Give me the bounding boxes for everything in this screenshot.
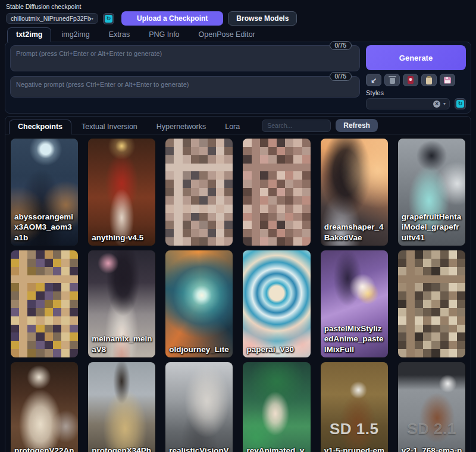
- model-card-name: v2-1_768-ema-pruned: [402, 445, 463, 452]
- trash-button[interactable]: [384, 74, 400, 86]
- main-tabs: txt2imgimg2imgExtrasPNG InfoOpenPose Edi…: [0, 27, 476, 42]
- styles-select[interactable]: ✕ ▾: [366, 98, 450, 109]
- model-card-name: dreamshaper_4BakedVae: [324, 222, 386, 243]
- negative-token-counter: 0/75: [330, 72, 352, 81]
- clipboard-button[interactable]: [421, 74, 437, 86]
- checkpoint-header: Stable Diffusion checkpoint chilloutmix_…: [0, 0, 476, 25]
- styles-label: Styles: [366, 89, 466, 96]
- prompt-input[interactable]: [10, 45, 360, 71]
- model-card-name: v1-5-pruned-emaonly: [324, 445, 386, 452]
- model-preview: [165, 139, 233, 246]
- checkpoint-value: chilloutmix_NiPrunedFp32Fix.safeter: [11, 15, 91, 22]
- refresh-styles-button[interactable]: ↻: [455, 98, 466, 109]
- model-card[interactable]: [165, 138, 233, 246]
- model-preview: [321, 362, 388, 452]
- model-card[interactable]: anything-v4.5: [87, 138, 156, 246]
- refresh-icon: ↻: [456, 100, 464, 108]
- model-card[interactable]: protogenX34Photorealism_1: [87, 362, 156, 452]
- model-preview: [165, 250, 233, 357]
- checkpoint-select[interactable]: chilloutmix_NiPrunedFp32Fix.safeter ▾: [6, 13, 98, 24]
- model-preview: [88, 362, 155, 452]
- prompt-tool-buttons: ↙: [366, 74, 466, 86]
- tab-openpose-editor[interactable]: OpenPose Editor: [190, 27, 264, 42]
- model-preview: [88, 139, 155, 246]
- trash-icon: [390, 78, 395, 84]
- model-card-name: meinamix_meinaV8: [92, 334, 153, 355]
- network-tab-hypernetworks[interactable]: Hypernetworks: [148, 120, 215, 134]
- refresh-checkpoint-button[interactable]: ↻: [103, 13, 114, 24]
- model-card[interactable]: grapefruitHentaiModel_grapefruitv41: [397, 138, 466, 246]
- negative-prompt-input[interactable]: [10, 76, 360, 98]
- save-style-button[interactable]: [440, 74, 455, 86]
- network-tab-checkpoints[interactable]: Checkpoints: [9, 120, 71, 134]
- preview-watermark: SD 1.5: [321, 420, 388, 438]
- model-preview: [398, 250, 465, 357]
- model-preview: [11, 362, 78, 452]
- refresh-button[interactable]: Refresh: [336, 119, 378, 132]
- preview-watermark: SD 2.1: [398, 420, 465, 438]
- model-card-name: protogenX34Photorealism_1: [92, 445, 153, 452]
- paste-arrow-icon: ↙: [371, 77, 377, 84]
- model-preview: [243, 362, 310, 452]
- chevron-down-icon: ▾: [91, 16, 93, 21]
- model-card-name: realisticVisionV13_v13: [169, 445, 230, 452]
- chevron-down-icon: ▾: [443, 101, 446, 106]
- clear-icon[interactable]: ✕: [433, 101, 440, 108]
- model-card[interactable]: meinamix_meinaV8: [87, 250, 156, 358]
- model-card-name: abyssorangemix3AOM3_aom3a1b: [14, 212, 76, 243]
- save-style-icon: [444, 77, 451, 84]
- model-card[interactable]: SD 2.1v2-1_768-ema-pruned: [397, 362, 466, 452]
- model-card-name: protogenV22Anime_22: [14, 445, 76, 452]
- refresh-icon: ↻: [105, 15, 112, 23]
- model-card[interactable]: [242, 138, 311, 246]
- model-card-name: revAnimated_v11: [246, 445, 308, 452]
- checkpoint-label: Stable Diffusion checkpoint: [6, 3, 470, 10]
- model-card[interactable]: SD 1.5v1-5-pruned-emaonly: [320, 362, 389, 452]
- txt2img-panel: 0/75 0/75 Generate ↙ Styles ✕ ▾ ↻: [5, 42, 471, 114]
- model-card-name: pastelMixStylizedAnime_pastelMixFull: [324, 324, 386, 355]
- model-card-name: oldjourney_Lite: [169, 344, 230, 355]
- network-tab-textual-inversion[interactable]: Textual Inversion: [73, 120, 146, 134]
- tab-png-info[interactable]: PNG Info: [140, 27, 188, 42]
- extra-networks-tabs: CheckpointsTextual InversionHypernetwork…: [9, 120, 249, 134]
- model-card[interactable]: oldjourney_Lite: [165, 250, 233, 358]
- model-card-name: anything-v4.5: [92, 233, 153, 243]
- paste-arrow-button[interactable]: ↙: [366, 74, 381, 86]
- model-card[interactable]: realisticVisionV13_v13: [165, 362, 233, 452]
- tab-extras[interactable]: Extras: [100, 27, 139, 42]
- model-card[interactable]: paperai_V30: [242, 250, 311, 358]
- model-card-name: grapefruitHentaiModel_grapefruitv41: [402, 212, 463, 243]
- browse-models-button[interactable]: Browse Models: [228, 11, 297, 26]
- extra-networks-card-button[interactable]: [403, 74, 418, 86]
- model-card[interactable]: abyssorangemix3AOM3_aom3a1b: [10, 138, 79, 246]
- network-tab-lora[interactable]: Lora: [216, 120, 249, 134]
- generate-button[interactable]: Generate: [366, 45, 466, 70]
- tab-img2img[interactable]: img2img: [52, 27, 98, 42]
- model-card[interactable]: [397, 250, 466, 358]
- model-card[interactable]: protogenV22Anime_22: [10, 362, 79, 452]
- prompt-token-counter: 0/75: [330, 41, 352, 50]
- model-preview: [243, 250, 310, 357]
- search-input[interactable]: [262, 120, 331, 132]
- model-preview: [165, 362, 233, 452]
- model-card[interactable]: revAnimated_v11: [242, 362, 311, 452]
- model-preview: [398, 362, 465, 452]
- model-card[interactable]: pastelMixStylizedAnime_pastelMixFull: [320, 250, 389, 358]
- extra-networks-card-icon: [408, 76, 414, 84]
- upload-checkpoint-button[interactable]: Upload a Checkpoint: [121, 11, 223, 26]
- extra-networks-panel: CheckpointsTextual InversionHypernetwork…: [5, 116, 471, 452]
- model-card[interactable]: dreamshaper_4BakedVae: [320, 138, 389, 246]
- model-card[interactable]: [10, 250, 79, 358]
- model-preview: [243, 139, 310, 246]
- model-preview: [11, 250, 78, 357]
- tab-txt2img[interactable]: txt2img: [7, 27, 51, 42]
- model-card-grid: abyssorangemix3AOM3_aom3a1banything-v4.5…: [5, 134, 471, 452]
- clipboard-icon: [426, 77, 432, 84]
- model-card-name: paperai_V30: [246, 344, 308, 355]
